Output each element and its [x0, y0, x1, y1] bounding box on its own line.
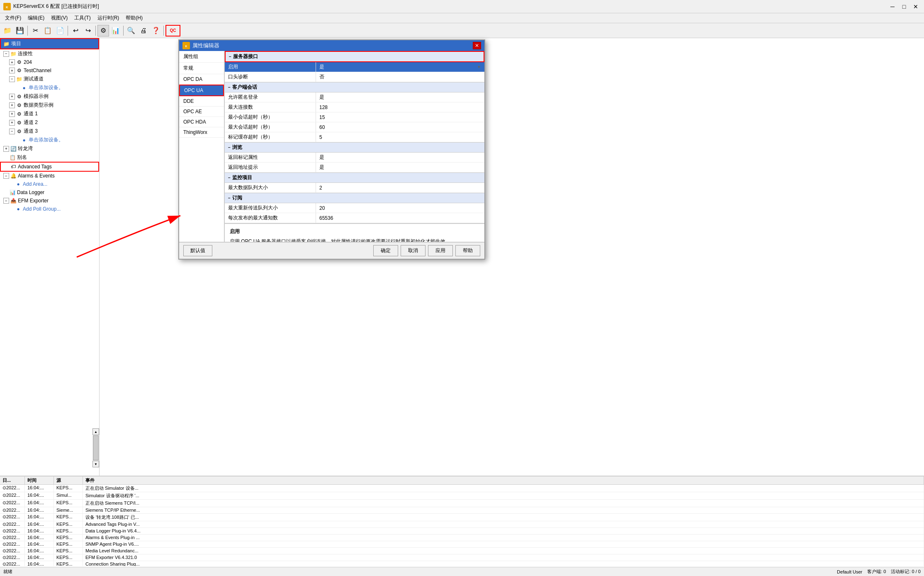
prop-row-minsess[interactable]: 最小会话超时（秒） 15: [225, 112, 484, 122]
section-monitor: − 监控项目 最大数据队列大小 2: [225, 173, 484, 193]
section-collapse-monitor[interactable]: −: [228, 175, 231, 180]
prop-value-diagnosis-text: 否: [319, 73, 324, 80]
dialog-sidebar: 属性组 常规 OPC DA OPC UA DDE OPC AE OPC HDA …: [179, 51, 225, 242]
section-header-server[interactable]: − 服务器接口: [225, 51, 484, 62]
dialog-body: 属性组 常规 OPC DA OPC UA DDE OPC AE OPC HDA …: [179, 51, 484, 242]
prop-row-maxretrans[interactable]: 最大重新传送队列大小 20: [225, 203, 484, 213]
prop-label-returnattr: 返回标记属性: [225, 153, 316, 162]
dialog-footer: 默认值 确定 取消 应用 帮助: [179, 242, 484, 259]
prop-dropdown-enabled[interactable]: ▼: [477, 65, 481, 69]
prop-label-maxqueue: 最大数据队列大小: [225, 183, 316, 192]
prop-row-maxsess[interactable]: 最大会话超时（秒） 60: [225, 122, 484, 132]
section-browse: − 浏览 返回标记属性 是 返回地址提示 是: [225, 142, 484, 173]
prop-label-returnaddr: 返回地址提示: [225, 163, 316, 172]
dialog-nav-opcda[interactable]: OPC DA: [179, 74, 224, 85]
prop-label-maxconn: 最大连接数: [225, 102, 316, 112]
prop-label-diagnosis: 口头诊断: [225, 72, 316, 82]
dialog-nav-general[interactable]: 常规: [179, 63, 224, 74]
dialog-nav-thingworx[interactable]: ThingWorx: [179, 127, 224, 138]
cancel-button[interactable]: 取消: [401, 245, 426, 256]
prop-label-maxsess: 最大会话超时（秒）: [225, 122, 316, 132]
section-title-monitor: 监控项目: [232, 174, 252, 181]
prop-value-tagcache: 5: [316, 133, 484, 141]
prop-row-returnattr[interactable]: 返回标记属性 是: [225, 153, 484, 163]
dialog-close-button[interactable]: ✕: [473, 42, 481, 49]
dialog-nav-opcae[interactable]: OPC AE: [179, 107, 224, 117]
prop-row-maxqueue[interactable]: 最大数据队列大小 2: [225, 183, 484, 193]
prop-value-enabled-text: 是: [319, 63, 324, 70]
prop-value-maxconn: 128: [316, 103, 484, 112]
prop-row-maxnotif[interactable]: 每次发布的最大通知数 65536: [225, 213, 484, 223]
section-collapse-browse[interactable]: −: [228, 145, 231, 150]
section-collapse-sub[interactable]: −: [228, 196, 231, 200]
section-collapse-client[interactable]: −: [228, 85, 231, 90]
prop-row-tagcache[interactable]: 标记缓存超时（秒） 5: [225, 132, 484, 142]
dialog-nav-properties[interactable]: 属性组: [179, 51, 224, 63]
prop-value-maxsess: 60: [316, 123, 484, 131]
prop-label-minsess: 最小会话超时（秒）: [225, 112, 316, 122]
dialog-title-bar: K 属性编辑器 ✕: [179, 40, 484, 51]
prop-value-anon: 是: [316, 92, 484, 102]
dialog-title-text: 属性编辑器: [192, 42, 219, 49]
prop-label-tagcache: 标记缓存超时（秒）: [225, 132, 316, 142]
section-collapse-server[interactable]: −: [229, 54, 231, 59]
section-header-monitor[interactable]: − 监控项目: [225, 173, 484, 183]
dialog-description: 启用 启用 OPC UA 服务器接口以接受客户端连接。对此属性进行的更改需要运行…: [225, 223, 484, 242]
dialog-title-icon: K: [182, 42, 190, 49]
properties-dialog: K 属性编辑器 ✕ 属性组 常规 OPC DA OPC UA DDE OPC A…: [178, 39, 485, 260]
prop-row-anon[interactable]: 允许匿名登录 是: [225, 92, 484, 102]
svg-text:K: K: [185, 45, 187, 48]
prop-value-enabled: 是 ▼: [316, 62, 484, 72]
prop-value-minsess: 15: [316, 113, 484, 122]
prop-label-maxnotif: 每次发布的最大通知数: [225, 213, 316, 223]
section-client-session: − 客户端会话 允许匿名登录 是 最大连接数 128 最小会话超时（秒） 15: [225, 82, 484, 142]
prop-row-maxconn[interactable]: 最大连接数 128: [225, 102, 484, 112]
prop-row-enabled[interactable]: 启用 是 ▼: [225, 62, 484, 72]
section-server-interface: − 服务器接口 启用 是 ▼ 口头诊断 否: [225, 51, 484, 82]
prop-label-enabled: 启用: [225, 62, 316, 72]
prop-value-returnattr: 是: [316, 153, 484, 162]
prop-value-maxqueue: 2: [316, 184, 484, 192]
section-title-sub: 订阅: [232, 194, 242, 202]
desc-text: 启用 OPC UA 服务器接口以接受客户端连接。对此属性进行的更改需要运行时重新…: [230, 238, 479, 242]
apply-button[interactable]: 应用: [428, 245, 453, 256]
section-title-browse: 浏览: [232, 144, 242, 151]
ok-button[interactable]: 确定: [373, 245, 398, 256]
prop-row-diagnosis[interactable]: 口头诊断 否: [225, 72, 484, 82]
dialog-overlay: K 属性编辑器 ✕ 属性组 常规 OPC DA OPC UA DDE OPC A…: [0, 0, 924, 576]
prop-value-maxretrans: 20: [316, 204, 484, 212]
prop-value-maxnotif: 65536: [316, 214, 484, 222]
section-subscription: − 订阅 最大重新传送队列大小 20 每次发布的最大通知数 65536: [225, 193, 484, 223]
prop-value-returnaddr: 是: [316, 163, 484, 172]
help-button[interactable]: 帮助: [455, 245, 480, 256]
section-header-client[interactable]: − 客户端会话: [225, 82, 484, 92]
section-title-client: 客户端会话: [232, 84, 257, 91]
prop-label-maxretrans: 最大重新传送队列大小: [225, 203, 316, 213]
prop-row-returnaddr[interactable]: 返回地址提示 是: [225, 163, 484, 173]
section-header-sub[interactable]: − 订阅: [225, 193, 484, 203]
default-button[interactable]: 默认值: [183, 245, 212, 256]
prop-label-anon: 允许匿名登录: [225, 92, 316, 102]
dialog-main: − 服务器接口 启用 是 ▼ 口头诊断 否: [225, 51, 484, 242]
dialog-nav-opcua[interactable]: OPC UA: [179, 85, 224, 96]
prop-value-diagnosis: 否: [316, 72, 484, 82]
desc-title: 启用: [230, 228, 479, 235]
dialog-nav-dde[interactable]: DDE: [179, 96, 224, 107]
dialog-nav-opchda[interactable]: OPC HDA: [179, 117, 224, 127]
section-title-server: 服务器接口: [233, 53, 258, 60]
section-header-browse[interactable]: − 浏览: [225, 142, 484, 153]
